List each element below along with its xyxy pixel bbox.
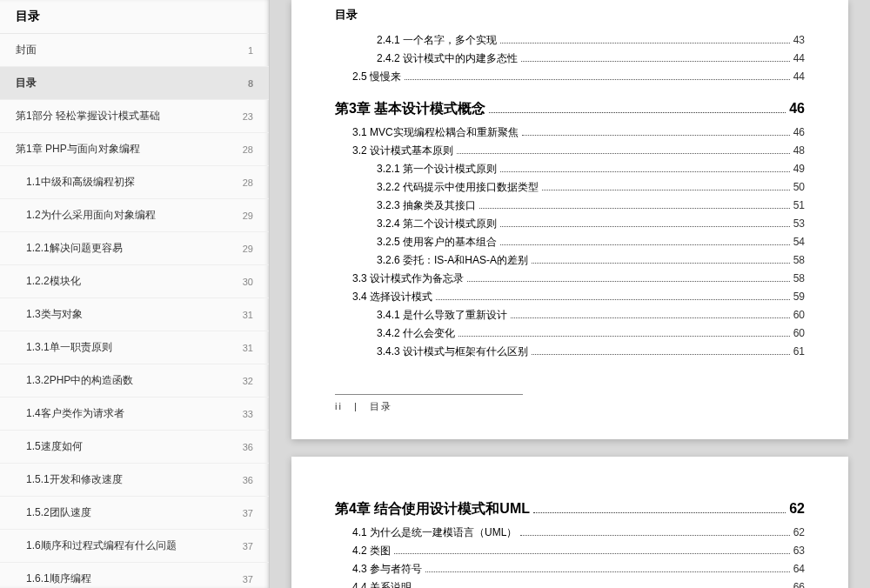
toc-item[interactable]: 1.2为什么采用面向对象编程29 [0,199,269,232]
sidebar-header: 目录 [0,0,269,34]
entry-page-number: 59 [793,291,805,303]
page-footer: ii | 目录 [335,394,523,413]
entry-title: 2.5 慢慢来 [352,70,401,84]
leader-dots [520,535,789,536]
entry-page-number: 54 [793,236,805,248]
toc-entry: 3.4.1 是什么导致了重新设计60 [335,308,805,323]
toc-item[interactable]: 第1部分 轻松掌握设计模式基础23 [0,100,269,133]
entry-title: 3.4.3 设计模式与框架有什么区别 [377,344,528,359]
toc-item[interactable]: 1.5.2团队速度37 [0,497,269,530]
leader-dots [542,190,790,190]
entry-page-number: 46 [793,126,805,138]
leader-dots [405,79,790,80]
entry-page-number: 50 [793,181,805,193]
toc-item-label: 1.2.2模块化 [26,274,81,289]
toc-item-label: 1.3类与对象 [26,307,83,322]
toc-item[interactable]: 1.3.1单一职责原则31 [0,331,269,364]
toc-item-page: 36 [243,475,253,485]
toc-entry: 3.4.3 设计模式与框架有什么区别61 [335,344,805,359]
leader-dots [394,553,790,554]
toc-entry: 3.2.5 使用客户的基本组合54 [335,235,805,250]
toc-item-page: 28 [243,144,253,155]
entry-page-number: 63 [793,545,805,557]
chapter-heading: 第3章 基本设计模式概念 46 [335,100,805,118]
toc-entry: 3.2.3 抽象类及其接口51 [335,198,805,213]
entry-title: 4.1 为什么是统一建模语言（UML） [352,525,517,540]
chapter-page-number: 46 [789,101,805,117]
leader-dots [425,571,790,572]
entry-title: 3.2.4 第二个设计模式原则 [377,217,497,231]
leader-dots [500,244,790,245]
toc-item-label: 1.3.1单一职责原则 [26,340,112,355]
entry-page-number: 58 [793,254,805,266]
toc-item-page: 31 [243,310,253,320]
entry-page-number: 44 [793,70,805,83]
toc-item[interactable]: 1.6顺序和过程式编程有什么问题37 [0,530,269,563]
leader-dots [521,61,790,62]
toc-item[interactable]: 1.2.1解决问题更容易29 [0,232,269,265]
toc-item-page: 8 [248,78,253,89]
entry-title: 3.2.1 第一个设计模式原则 [377,162,497,177]
entry-page-number: 43 [793,34,805,46]
toc-entry: 3.3 设计模式作为备忘录58 [335,271,805,286]
entry-title: 4.3 参与者符号 [352,562,422,577]
toc-item[interactable]: 1.6.1顺序编程37 [0,563,269,588]
entry-title: 4.4 关系说明 [352,580,412,588]
toc-item-label: 封面 [16,43,37,57]
toc-entry: 3.2.2 代码提示中使用接口数据类型50 [335,180,805,195]
toc-item[interactable]: 1.3.2PHP中的构造函数32 [0,364,269,398]
entry-title: 3.2.2 代码提示中使用接口数据类型 [377,180,539,195]
leader-dots [533,512,786,513]
toc-item[interactable]: 封面1 [0,34,269,67]
entry-title: 3.4.2 什么会变化 [377,326,455,341]
leader-dots [532,354,790,355]
leader-dots [500,43,790,43]
sidebar-toc[interactable]: 目录 封面1目录8第1部分 轻松掌握设计模式基础23第1章 PHP与面向对象编程… [0,0,270,588]
entry-page-number: 61 [793,345,805,357]
toc-item-label: 目录 [16,76,37,90]
toc-item-page: 30 [243,277,253,287]
entry-page-number: 60 [793,309,805,321]
toc-item[interactable]: 1.1中级和高级编程初探28 [0,166,269,199]
entry-page-number: 62 [793,526,805,538]
document-page-2: 第4章 结合使用设计模式和UML 62 4.1 为什么是统一建模语言（UML）6… [291,457,848,588]
leader-dots [489,112,786,113]
entry-page-number: 58 [793,272,805,284]
toc-item-page: 37 [243,574,253,585]
toc-item[interactable]: 第1章 PHP与面向对象编程28 [0,133,269,166]
toc-item-page: 1 [248,45,253,56]
entry-title: 3.4.1 是什么导致了重新设计 [377,308,507,323]
entry-page-number: 53 [793,217,805,230]
toc-item-label: 1.5.1开发和修改速度 [26,472,123,487]
entry-title: 3.4 选择设计模式 [352,290,432,304]
leader-dots [500,226,790,227]
document-viewport[interactable]: 目录 2.4.1 一个名字，多个实现432.4.2 设计模式中的内建多态性442… [270,0,870,588]
toc-item[interactable]: 1.3类与对象31 [0,298,269,331]
toc-item-page: 29 [243,210,253,221]
entry-page-number: 49 [793,163,805,175]
toc-item-page: 23 [243,111,253,122]
toc-entry: 3.1 MVC实现编程松耦合和重新聚焦46 [335,125,805,140]
toc-entry: 3.2.6 委托：IS-A和HAS-A的差别58 [335,253,805,268]
toc-item-page: 32 [243,376,253,386]
chapter-title: 第4章 结合使用设计模式和UML [335,500,530,518]
toc-item[interactable]: 1.2.2模块化30 [0,265,269,298]
leader-dots [458,336,790,337]
entry-page-number: 64 [793,563,805,575]
toc-entry: 3.2.1 第一个设计模式原则49 [335,162,805,177]
toc-entry: 4.2 类图63 [335,544,805,558]
toc-entry: 4.3 参与者符号64 [335,562,805,577]
toc-item[interactable]: 1.4客户类作为请求者33 [0,398,269,431]
toc-item[interactable]: 1.5.1开发和修改速度36 [0,464,269,497]
document-page-1: 目录 2.4.1 一个名字，多个实现432.4.2 设计模式中的内建多态性442… [291,0,848,439]
entry-page-number: 66 [793,581,805,588]
entry-page-number: 51 [793,199,805,211]
toc-item[interactable]: 1.5速度如何36 [0,431,269,464]
entry-page-number: 48 [793,144,805,157]
entry-title: 2.4.2 设计模式中的内建多态性 [377,51,518,66]
entry-title: 3.2.5 使用客户的基本组合 [377,235,497,250]
toc-item-page: 33 [243,409,253,419]
entry-page-number: 44 [793,52,805,64]
chapter-heading: 第4章 结合使用设计模式和UML 62 [335,500,805,518]
toc-item[interactable]: 目录8 [0,67,269,100]
